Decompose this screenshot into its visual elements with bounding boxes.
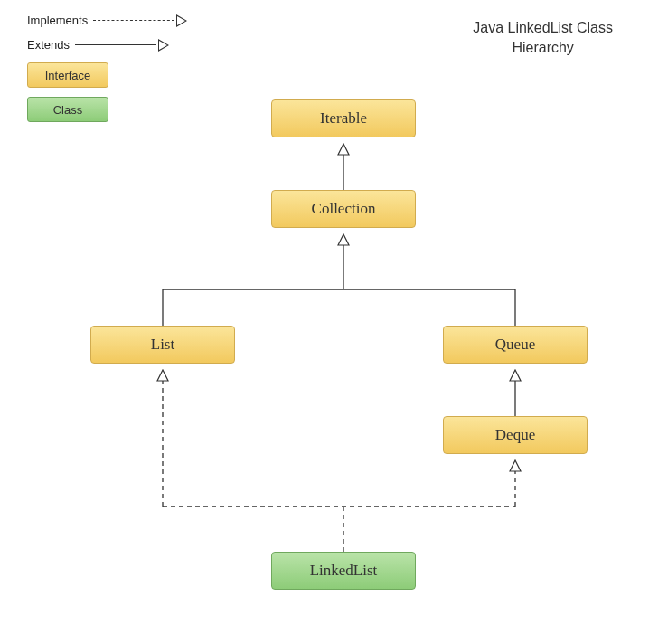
node-list-label: List xyxy=(151,336,174,354)
node-collection: Collection xyxy=(271,190,416,228)
legend-class-box: Class xyxy=(27,97,108,122)
node-list: List xyxy=(90,326,235,364)
implements-arrow-icon xyxy=(93,20,174,21)
title-line-2: Hierarchy xyxy=(512,40,573,55)
legend-interface-label: Interface xyxy=(45,69,91,82)
node-queue-label: Queue xyxy=(495,336,535,354)
node-collection-label: Collection xyxy=(312,200,376,218)
node-linkedlist: LinkedList xyxy=(271,552,416,590)
legend-extends-label: Extends xyxy=(27,38,70,52)
legend-class-label: Class xyxy=(53,103,83,117)
legend-implements-label: Implements xyxy=(27,14,88,27)
legend-extends: Extends xyxy=(27,38,174,52)
node-deque: Deque xyxy=(443,416,588,454)
node-iterable: Iterable xyxy=(271,99,416,137)
extends-arrow-icon xyxy=(75,44,156,45)
node-iterable-label: Iterable xyxy=(320,109,367,128)
node-deque-label: Deque xyxy=(495,426,535,444)
legend-implements: Implements xyxy=(27,14,174,27)
legend-interface-box: Interface xyxy=(27,62,108,88)
legend: Implements Extends Interface Class xyxy=(27,14,174,131)
node-linkedlist-label: LinkedList xyxy=(310,562,378,580)
node-queue: Queue xyxy=(443,326,588,364)
title-line-1: Java LinkedList Class xyxy=(473,20,613,35)
diagram-title: Java LinkedList Class Hierarchy xyxy=(473,18,613,59)
